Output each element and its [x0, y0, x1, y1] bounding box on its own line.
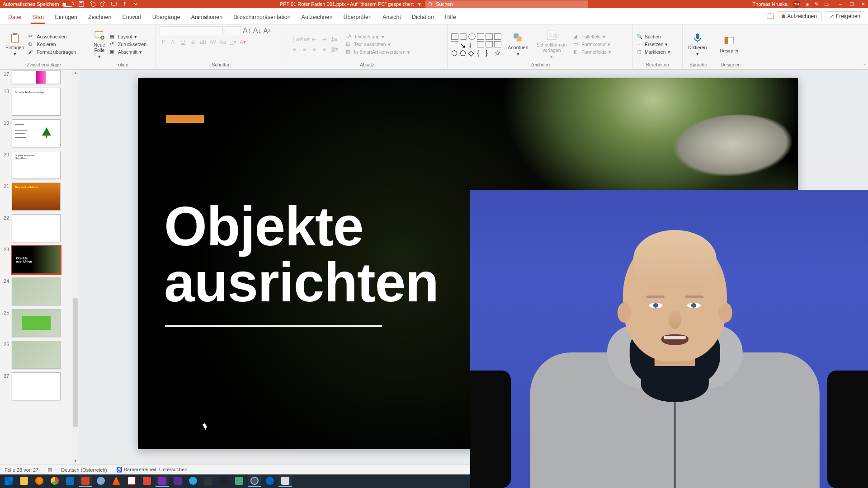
app-icon-5[interactable]: [278, 475, 292, 487]
tab-transitions[interactable]: Übergänge: [147, 11, 186, 24]
layout-button[interactable]: ▦Layout ▾: [110, 33, 146, 40]
accessibility-status[interactable]: ♿ Barrierefreiheit: Untersuchen: [116, 467, 188, 473]
spacing-button[interactable]: AV: [209, 39, 217, 45]
dictate-button[interactable]: Diktieren▾: [686, 31, 708, 57]
qat-more-icon[interactable]: [132, 1, 139, 7]
touch-mode-icon[interactable]: [122, 1, 128, 7]
user-name[interactable]: Thomas Hruska: [753, 1, 788, 7]
tab-review[interactable]: Überprüfen: [338, 11, 377, 24]
font-color-button[interactable]: A▾: [239, 39, 246, 45]
align-right-button[interactable]: ≡: [311, 46, 318, 52]
text-direction-button[interactable]: ↕ATextrichtung ▾: [346, 33, 410, 40]
app-icon-4[interactable]: [263, 475, 277, 487]
user-avatar[interactable]: TH: [793, 0, 800, 8]
tab-view[interactable]: Ansicht: [377, 11, 406, 24]
italic-button[interactable]: K: [170, 39, 177, 45]
record-button[interactable]: Aufzeichnen: [777, 11, 822, 21]
powerpoint-icon[interactable]: [79, 475, 92, 487]
shape-outline-button[interactable]: ▭Formkontur ▾: [573, 41, 611, 47]
case-button[interactable]: Aa: [219, 39, 226, 45]
comments-icon[interactable]: [767, 14, 774, 19]
todoist-icon[interactable]: [140, 475, 154, 487]
increase-font-icon[interactable]: A↑: [243, 27, 251, 35]
paste-button[interactable]: Einfügen▾: [4, 31, 26, 57]
obs-icon[interactable]: [217, 475, 231, 487]
search-input[interactable]: Suchen: [425, 0, 588, 8]
slide-thumbnail[interactable]: 19: [2, 119, 71, 147]
quick-styles-button[interactable]: AbcSchnellformat- vorlagen▾: [535, 28, 569, 60]
chrome-icon[interactable]: [48, 475, 61, 487]
shape-fill-button[interactable]: ◢Fülleffekt ▾: [573, 33, 611, 40]
close-button[interactable]: ✕: [861, 1, 865, 7]
camera-icon[interactable]: [248, 475, 261, 487]
slide-thumbnail[interactable]: 22: [2, 214, 71, 242]
tab-slideshow[interactable]: Bildschirmpräsentation: [228, 11, 296, 24]
coming-soon-icon[interactable]: ◈: [806, 1, 809, 7]
save-icon[interactable]: [78, 1, 85, 7]
tab-dictation[interactable]: Dictation: [406, 11, 439, 24]
smartart-button[interactable]: ▧In SmartArt konvertieren ▾: [346, 49, 410, 55]
new-slide-button[interactable]: Neue Folie▾: [92, 28, 107, 60]
minimize-button[interactable]: ─: [839, 1, 842, 7]
tab-record[interactable]: Aufzeichnen: [296, 11, 338, 24]
justify-button[interactable]: ≡: [321, 46, 328, 52]
shapes-gallery[interactable]: ↘↓ ⬡⬠◇{}☆: [451, 33, 501, 55]
undo-icon[interactable]: [89, 1, 95, 7]
select-button[interactable]: ⬚Markieren ▾: [637, 49, 670, 55]
slide-thumbnail[interactable]: 18Schnelle Textformatvorlage: [2, 88, 71, 116]
thumbnail-scrollbar[interactable]: ▲ ▼: [72, 70, 79, 465]
present-from-start-icon[interactable]: [111, 1, 117, 7]
copy-button[interactable]: ⧉Kopieren: [28, 41, 76, 47]
columns-button[interactable]: ▥▾: [330, 46, 338, 52]
app-icon-3[interactable]: [232, 475, 246, 487]
doc-dropdown-icon[interactable]: ▾: [418, 1, 421, 7]
align-text-button[interactable]: ▤Text ausrichten ▾: [346, 41, 410, 47]
line-spacing-button[interactable]: ‡≡: [330, 36, 338, 42]
slide-thumbnail[interactable]: 25: [2, 309, 71, 337]
app-icon-2[interactable]: [202, 475, 215, 487]
vlc-icon[interactable]: [109, 475, 123, 487]
decrease-font-icon[interactable]: A↓: [253, 27, 262, 35]
format-painter-button[interactable]: 🖌Format übertragen: [28, 49, 76, 55]
strike-button[interactable]: S: [189, 39, 197, 45]
bullets-button[interactable]: ⋮≡▾: [291, 36, 298, 42]
slide-thumbnail[interactable]: 17: [2, 70, 71, 84]
document-title[interactable]: PPT 01 Roter Faden 001.pptx • Auf "diese…: [280, 1, 414, 7]
arrange-button[interactable]: Anordnen▾: [506, 31, 530, 57]
language-indicator[interactable]: Deutsch (Österreich): [61, 467, 107, 473]
share-button[interactable]: ↗Freigeben: [825, 11, 865, 21]
telegram-icon[interactable]: [186, 475, 200, 487]
autosave-toggle[interactable]: Automatisches Speichern: [3, 1, 74, 7]
align-center-button[interactable]: ≡: [301, 46, 308, 52]
tab-draw[interactable]: Zeichnen: [83, 11, 117, 24]
underline-button[interactable]: U: [179, 39, 187, 45]
scroll-down-icon[interactable]: ▼: [72, 458, 79, 465]
collapse-ribbon-icon[interactable]: ⌃: [863, 63, 866, 68]
visual-studio-icon[interactable]: [171, 475, 184, 487]
maximize-button[interactable]: ☐: [849, 1, 854, 7]
slide-counter[interactable]: Folie 23 von 27: [5, 467, 38, 473]
app-icon[interactable]: [94, 475, 108, 487]
slide-thumbnail[interactable]: 23Objekteausrichten: [2, 246, 71, 274]
window-layout-icon[interactable]: ▭: [824, 1, 829, 7]
highlight-button[interactable]: ▁▾: [229, 39, 236, 45]
slide-thumbnail[interactable]: 20Objekte ausrichtenlike a Boss: [2, 151, 71, 179]
numbering-button[interactable]: 1≡▾: [301, 36, 308, 42]
scroll-up-icon[interactable]: ▲: [72, 70, 79, 76]
start-button[interactable]: [2, 475, 15, 487]
section-button[interactable]: ▣Abschnitt ▾: [110, 49, 146, 55]
slide-thumbnail[interactable]: 27: [2, 372, 71, 400]
file-explorer-icon[interactable]: [17, 475, 31, 487]
tab-design[interactable]: Entwurf: [117, 11, 146, 24]
find-button[interactable]: 🔍Suchen: [637, 33, 670, 40]
bold-button[interactable]: F: [160, 39, 167, 45]
outlook-icon[interactable]: [63, 475, 77, 487]
cut-button[interactable]: ✂Ausschneiden: [28, 33, 76, 40]
font-size-combo[interactable]: [225, 26, 241, 35]
tab-insert[interactable]: Einfügen: [50, 11, 83, 24]
tab-file[interactable]: Datei: [3, 11, 27, 24]
tab-animations[interactable]: Animationen: [186, 11, 228, 24]
designer-button[interactable]: Designer: [718, 34, 741, 54]
onenote-icon[interactable]: [156, 475, 169, 487]
slide-thumbnail[interactable]: 24: [2, 277, 71, 305]
